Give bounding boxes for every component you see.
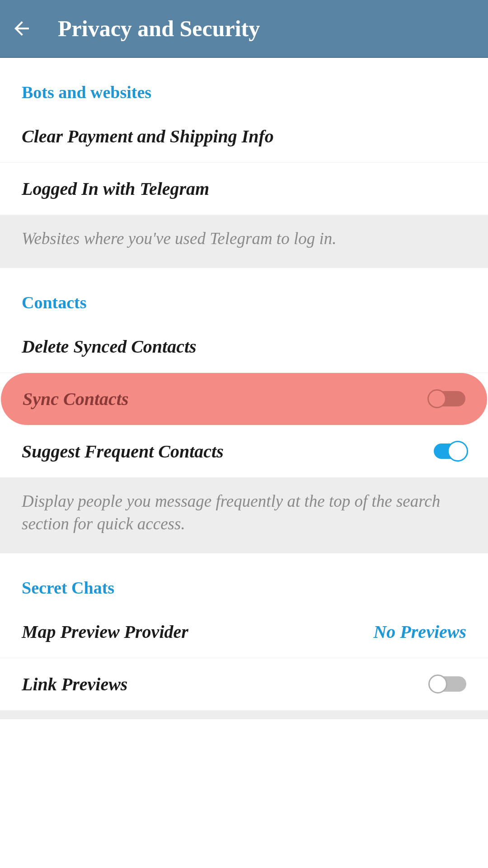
page-title: Privacy and Security [58,15,260,42]
bots-footer-note: Websites where you've used Telegram to l… [0,215,488,268]
row-suggest-frequent[interactable]: Suggest Frequent Contacts [0,425,488,477]
map-provider-value: No Previews [373,621,466,642]
link-previews-label: Link Previews [22,674,127,695]
section-contacts-header: Contacts [0,268,488,321]
back-arrow-icon [11,18,33,39]
row-map-provider[interactable]: Map Preview Provider No Previews [0,606,488,658]
section-secret-header: Secret Chats [0,553,488,606]
row-link-previews[interactable]: Link Previews [0,658,488,710]
bottom-gap [0,710,488,719]
suggest-frequent-toggle[interactable] [428,441,466,462]
toggle-thumb [428,675,447,693]
logged-in-label: Logged In with Telegram [22,178,209,199]
toggle-thumb [447,441,468,462]
section-secret-title: Secret Chats [22,578,466,598]
row-logged-in[interactable]: Logged In with Telegram [0,163,488,215]
clear-payment-label: Clear Payment and Shipping Info [22,126,274,147]
app-header: Privacy and Security [0,0,488,58]
section-bots-title: Bots and websites [22,82,466,102]
link-previews-toggle[interactable] [428,674,466,694]
sync-contacts-label: Sync Contacts [23,388,128,410]
delete-synced-label: Delete Synced Contacts [22,336,197,357]
row-clear-payment[interactable]: Clear Payment and Shipping Info [0,110,488,163]
sync-contacts-toggle[interactable] [427,388,465,409]
map-provider-label: Map Preview Provider [22,621,188,642]
suggest-frequent-label: Suggest Frequent Contacts [22,441,224,462]
contacts-footer-note: Display people you message frequently at… [0,477,488,553]
row-sync-contacts[interactable]: Sync Contacts [1,373,487,425]
back-button[interactable] [9,16,34,41]
section-contacts-title: Contacts [22,292,466,312]
row-delete-synced[interactable]: Delete Synced Contacts [0,321,488,373]
section-bots-header: Bots and websites [0,58,488,110]
